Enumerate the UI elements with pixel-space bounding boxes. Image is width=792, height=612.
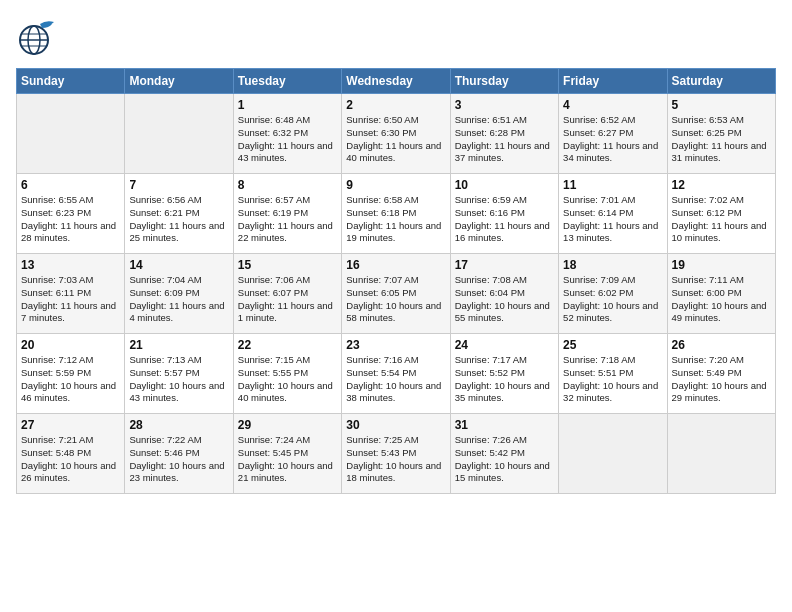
calendar-cell: 3Sunrise: 6:51 AMSunset: 6:28 PMDaylight…	[450, 94, 558, 174]
day-detail: Sunrise: 6:53 AMSunset: 6:25 PMDaylight:…	[672, 114, 771, 165]
daylight-text: Daylight: 10 hours and 58 minutes.	[346, 300, 441, 324]
calendar-cell: 16Sunrise: 7:07 AMSunset: 6:05 PMDayligh…	[342, 254, 450, 334]
calendar-cell: 20Sunrise: 7:12 AMSunset: 5:59 PMDayligh…	[17, 334, 125, 414]
sunrise-text: Sunrise: 6:50 AM	[346, 114, 418, 125]
day-number: 22	[238, 338, 337, 352]
day-detail: Sunrise: 7:16 AMSunset: 5:54 PMDaylight:…	[346, 354, 445, 405]
calendar-week-row: 27Sunrise: 7:21 AMSunset: 5:48 PMDayligh…	[17, 414, 776, 494]
sunrise-text: Sunrise: 6:59 AM	[455, 194, 527, 205]
day-detail: Sunrise: 6:52 AMSunset: 6:27 PMDaylight:…	[563, 114, 662, 165]
daylight-text: Daylight: 10 hours and 15 minutes.	[455, 460, 550, 484]
calendar-cell: 18Sunrise: 7:09 AMSunset: 6:02 PMDayligh…	[559, 254, 667, 334]
sunrise-text: Sunrise: 7:17 AM	[455, 354, 527, 365]
day-detail: Sunrise: 7:12 AMSunset: 5:59 PMDaylight:…	[21, 354, 120, 405]
day-detail: Sunrise: 7:11 AMSunset: 6:00 PMDaylight:…	[672, 274, 771, 325]
sunset-text: Sunset: 6:16 PM	[455, 207, 525, 218]
day-number: 26	[672, 338, 771, 352]
calendar-cell: 21Sunrise: 7:13 AMSunset: 5:57 PMDayligh…	[125, 334, 233, 414]
sunrise-text: Sunrise: 7:02 AM	[672, 194, 744, 205]
sunrise-text: Sunrise: 7:04 AM	[129, 274, 201, 285]
day-detail: Sunrise: 7:08 AMSunset: 6:04 PMDaylight:…	[455, 274, 554, 325]
sunset-text: Sunset: 6:00 PM	[672, 287, 742, 298]
calendar-cell	[667, 414, 775, 494]
daylight-text: Daylight: 11 hours and 10 minutes.	[672, 220, 767, 244]
sunrise-text: Sunrise: 7:09 AM	[563, 274, 635, 285]
sunset-text: Sunset: 6:21 PM	[129, 207, 199, 218]
weekday-header-friday: Friday	[559, 69, 667, 94]
day-number: 9	[346, 178, 445, 192]
calendar-cell: 22Sunrise: 7:15 AMSunset: 5:55 PMDayligh…	[233, 334, 341, 414]
day-number: 25	[563, 338, 662, 352]
sunset-text: Sunset: 6:09 PM	[129, 287, 199, 298]
day-detail: Sunrise: 7:06 AMSunset: 6:07 PMDaylight:…	[238, 274, 337, 325]
daylight-text: Daylight: 11 hours and 7 minutes.	[21, 300, 116, 324]
calendar-cell	[125, 94, 233, 174]
sunset-text: Sunset: 6:27 PM	[563, 127, 633, 138]
daylight-text: Daylight: 10 hours and 55 minutes.	[455, 300, 550, 324]
daylight-text: Daylight: 10 hours and 26 minutes.	[21, 460, 116, 484]
weekday-header-monday: Monday	[125, 69, 233, 94]
sunset-text: Sunset: 5:43 PM	[346, 447, 416, 458]
weekday-header-wednesday: Wednesday	[342, 69, 450, 94]
day-detail: Sunrise: 6:59 AMSunset: 6:16 PMDaylight:…	[455, 194, 554, 245]
calendar-week-row: 6Sunrise: 6:55 AMSunset: 6:23 PMDaylight…	[17, 174, 776, 254]
calendar-week-row: 13Sunrise: 7:03 AMSunset: 6:11 PMDayligh…	[17, 254, 776, 334]
day-number: 4	[563, 98, 662, 112]
daylight-text: Daylight: 10 hours and 43 minutes.	[129, 380, 224, 404]
calendar-week-row: 1Sunrise: 6:48 AMSunset: 6:32 PMDaylight…	[17, 94, 776, 174]
day-number: 23	[346, 338, 445, 352]
day-detail: Sunrise: 7:09 AMSunset: 6:02 PMDaylight:…	[563, 274, 662, 325]
day-number: 6	[21, 178, 120, 192]
day-detail: Sunrise: 7:20 AMSunset: 5:49 PMDaylight:…	[672, 354, 771, 405]
day-detail: Sunrise: 7:01 AMSunset: 6:14 PMDaylight:…	[563, 194, 662, 245]
day-detail: Sunrise: 7:02 AMSunset: 6:12 PMDaylight:…	[672, 194, 771, 245]
daylight-text: Daylight: 11 hours and 16 minutes.	[455, 220, 550, 244]
day-number: 27	[21, 418, 120, 432]
sunrise-text: Sunrise: 6:52 AM	[563, 114, 635, 125]
sunset-text: Sunset: 5:45 PM	[238, 447, 308, 458]
sunset-text: Sunset: 6:14 PM	[563, 207, 633, 218]
weekday-header-sunday: Sunday	[17, 69, 125, 94]
day-number: 11	[563, 178, 662, 192]
daylight-text: Daylight: 10 hours and 49 minutes.	[672, 300, 767, 324]
day-number: 21	[129, 338, 228, 352]
sunset-text: Sunset: 5:57 PM	[129, 367, 199, 378]
daylight-text: Daylight: 11 hours and 28 minutes.	[21, 220, 116, 244]
sunrise-text: Sunrise: 7:24 AM	[238, 434, 310, 445]
sunset-text: Sunset: 6:25 PM	[672, 127, 742, 138]
sunrise-text: Sunrise: 7:11 AM	[672, 274, 744, 285]
sunset-text: Sunset: 5:54 PM	[346, 367, 416, 378]
day-detail: Sunrise: 7:17 AMSunset: 5:52 PMDaylight:…	[455, 354, 554, 405]
sunrise-text: Sunrise: 7:12 AM	[21, 354, 93, 365]
daylight-text: Daylight: 11 hours and 37 minutes.	[455, 140, 550, 164]
calendar-cell: 28Sunrise: 7:22 AMSunset: 5:46 PMDayligh…	[125, 414, 233, 494]
calendar-cell: 4Sunrise: 6:52 AMSunset: 6:27 PMDaylight…	[559, 94, 667, 174]
calendar-cell	[559, 414, 667, 494]
daylight-text: Daylight: 10 hours and 35 minutes.	[455, 380, 550, 404]
sunset-text: Sunset: 6:12 PM	[672, 207, 742, 218]
day-number: 3	[455, 98, 554, 112]
calendar-cell: 26Sunrise: 7:20 AMSunset: 5:49 PMDayligh…	[667, 334, 775, 414]
calendar-cell: 15Sunrise: 7:06 AMSunset: 6:07 PMDayligh…	[233, 254, 341, 334]
calendar-cell: 19Sunrise: 7:11 AMSunset: 6:00 PMDayligh…	[667, 254, 775, 334]
day-number: 17	[455, 258, 554, 272]
day-number: 28	[129, 418, 228, 432]
sunrise-text: Sunrise: 7:06 AM	[238, 274, 310, 285]
weekday-header-thursday: Thursday	[450, 69, 558, 94]
sunrise-text: Sunrise: 7:13 AM	[129, 354, 201, 365]
sunrise-text: Sunrise: 7:22 AM	[129, 434, 201, 445]
sunset-text: Sunset: 6:19 PM	[238, 207, 308, 218]
day-number: 10	[455, 178, 554, 192]
calendar-cell: 13Sunrise: 7:03 AMSunset: 6:11 PMDayligh…	[17, 254, 125, 334]
daylight-text: Daylight: 11 hours and 1 minute.	[238, 300, 333, 324]
sunrise-text: Sunrise: 7:07 AM	[346, 274, 418, 285]
sunrise-text: Sunrise: 7:20 AM	[672, 354, 744, 365]
calendar-cell: 2Sunrise: 6:50 AMSunset: 6:30 PMDaylight…	[342, 94, 450, 174]
sunrise-text: Sunrise: 7:03 AM	[21, 274, 93, 285]
calendar-cell: 9Sunrise: 6:58 AMSunset: 6:18 PMDaylight…	[342, 174, 450, 254]
calendar-cell: 29Sunrise: 7:24 AMSunset: 5:45 PMDayligh…	[233, 414, 341, 494]
day-detail: Sunrise: 7:22 AMSunset: 5:46 PMDaylight:…	[129, 434, 228, 485]
day-number: 20	[21, 338, 120, 352]
sunrise-text: Sunrise: 7:21 AM	[21, 434, 93, 445]
sunrise-text: Sunrise: 6:58 AM	[346, 194, 418, 205]
